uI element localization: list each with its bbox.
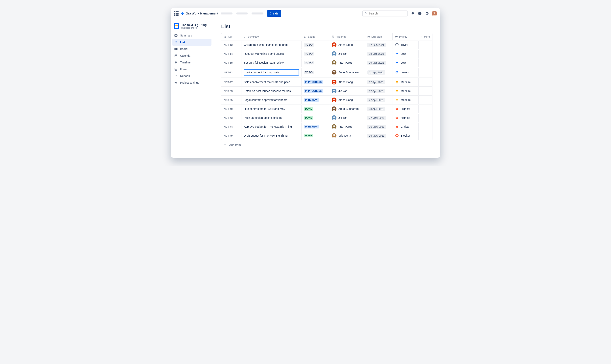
assignee-cell[interactable]: Alana Song (329, 78, 365, 86)
table-row[interactable]: NBT-33Establish post-launch success metr… (221, 87, 432, 96)
priority-cell[interactable]: Medium (393, 96, 418, 104)
issue-key[interactable]: NBT-33 (221, 87, 241, 95)
issue-key[interactable]: NBT-43 (221, 114, 241, 122)
nav-placeholder[interactable] (236, 13, 248, 14)
table-row[interactable]: NBT-18Set up a full Design team reviewTO… (221, 58, 432, 67)
summary-cell[interactable]: Draft budget for The Next Big Thing (241, 131, 301, 140)
summary-cell[interactable]: Approve budget for The Next Big Thing (241, 123, 301, 131)
notifications-icon[interactable] (410, 11, 415, 16)
summary-cell[interactable]: Collaborate with Finance for budget (241, 41, 301, 49)
sidebar-item-calendar[interactable]: Calendar (172, 52, 212, 59)
col-more[interactable]: More (418, 33, 432, 40)
due-cell[interactable]: 17 Feb, 2021 (365, 41, 393, 49)
profile-avatar[interactable] (432, 11, 437, 16)
status-cell[interactable]: IN REVIEW (301, 123, 329, 131)
product-logo[interactable]: Jira Work Management (181, 12, 218, 15)
priority-cell[interactable]: Critical (393, 123, 418, 131)
issue-key[interactable]: NBT-18 (221, 58, 241, 67)
due-cell[interactable]: 29 Mar, 2021 (365, 58, 393, 67)
sidebar-item-list[interactable]: List (172, 39, 212, 46)
search-input[interactable] (369, 12, 405, 15)
summary-cell[interactable]: Set up a full Design team review (241, 58, 301, 67)
issue-key[interactable]: NBT-27 (221, 78, 241, 86)
row-more[interactable] (418, 87, 432, 95)
priority-cell[interactable]: Highest (393, 114, 418, 122)
assignee-cell[interactable]: Fran Perez (329, 58, 365, 67)
assignee-cell[interactable]: Milo Dona (329, 131, 365, 140)
table-row[interactable]: NBT-14Request Marketing brand assetsTO D… (221, 49, 432, 58)
project-header[interactable]: The Next Big Thing Business project (172, 22, 212, 32)
row-more[interactable] (418, 131, 432, 140)
row-more[interactable] (418, 123, 432, 131)
due-cell[interactable]: 27 Apr, 2021 (365, 96, 393, 104)
sidebar-item-timeline[interactable]: Timeline (172, 59, 212, 66)
summary-cell[interactable] (241, 67, 301, 78)
row-more[interactable] (418, 50, 432, 58)
help-icon[interactable]: ? (417, 11, 422, 16)
issue-key[interactable]: NBT-22 (221, 68, 241, 77)
summary-cell[interactable]: Request Marketing brand assets (241, 50, 301, 58)
table-row[interactable]: NBT-12Collaborate with Finance for budge… (221, 40, 432, 49)
table-row[interactable]: NBT-40Hire contractors for April and May… (221, 104, 432, 113)
status-cell[interactable]: TO DO (301, 50, 329, 58)
table-row[interactable]: NBT-43Pitch campaign options to legalDON… (221, 113, 432, 122)
col-due[interactable]: Due date (365, 33, 393, 40)
col-status[interactable]: Status (301, 33, 329, 40)
settings-icon[interactable] (425, 11, 429, 16)
priority-cell[interactable]: Lowest (393, 68, 418, 77)
assignee-cell[interactable]: Jie Yan (329, 113, 365, 122)
assignee-cell[interactable]: Amar Sundaram (329, 68, 365, 77)
nav-placeholder[interactable] (252, 13, 264, 14)
due-cell[interactable]: 12 Apr, 2021 (365, 78, 393, 86)
col-assignee[interactable]: Assignee (329, 33, 365, 40)
priority-cell[interactable]: Low (393, 58, 418, 67)
status-cell[interactable]: DONE (301, 105, 329, 113)
add-item-button[interactable]: Add item (221, 140, 432, 149)
issue-key[interactable]: NBT-40 (221, 105, 241, 113)
summary-input[interactable] (244, 69, 299, 76)
assignee-cell[interactable]: Jie Yan (329, 87, 365, 95)
due-cell[interactable]: 16 May, 2021 (365, 131, 393, 140)
issue-key[interactable]: NBT-14 (221, 50, 241, 58)
priority-cell[interactable]: Blocker (393, 131, 418, 140)
due-cell[interactable]: 18 Mar, 2021 (365, 50, 393, 58)
summary-cell[interactable]: Establish post-launch success metrics (241, 87, 301, 95)
issue-key[interactable]: NBT-12 (221, 41, 241, 49)
sidebar-item-form[interactable]: Form (172, 66, 212, 73)
priority-cell[interactable]: Medium (393, 87, 418, 95)
due-cell[interactable]: 28 Apr, 2021 (365, 105, 393, 113)
status-cell[interactable]: TO DO (301, 68, 329, 77)
row-more[interactable] (418, 78, 432, 86)
col-priority[interactable]: Priority (393, 33, 418, 40)
priority-cell[interactable]: Low (393, 50, 418, 58)
table-row[interactable]: NBT-44Approve budget for The Next Big Th… (221, 122, 432, 131)
table-row[interactable]: NBT-22TO DOAmar Sundaram01 Apr, 2021Lowe… (221, 67, 432, 78)
issue-key[interactable]: NBT-44 (221, 123, 241, 131)
table-row[interactable]: NBT-35Legal contract approval for vendor… (221, 96, 432, 104)
assignee-cell[interactable]: Fran Perez (329, 122, 365, 131)
status-cell[interactable]: IN PROGRESS (301, 87, 329, 95)
summary-cell[interactable]: Pitch campaign options to legal (241, 114, 301, 122)
status-cell[interactable]: DONE (301, 131, 329, 140)
priority-cell[interactable]: Trivial (393, 41, 418, 49)
col-summary[interactable]: Summary (241, 33, 301, 40)
sidebar-item-summary[interactable]: Summary (172, 32, 212, 39)
due-cell[interactable]: 12 Apr, 2021 (365, 87, 393, 95)
status-cell[interactable]: TO DO (301, 58, 329, 67)
summary-cell[interactable]: Sales enablement materials and pitch.. (241, 78, 301, 86)
row-more[interactable] (418, 58, 432, 67)
summary-cell[interactable]: Legal contract approval for vendors (241, 96, 301, 104)
due-cell[interactable]: 07 May, 2021 (365, 114, 393, 122)
assignee-cell[interactable]: Jie Yan (329, 49, 365, 58)
status-cell[interactable]: TO DO (301, 41, 329, 49)
row-more[interactable] (418, 114, 432, 122)
priority-cell[interactable]: Medium (393, 78, 418, 86)
search-box[interactable] (362, 11, 408, 16)
issue-key[interactable]: NBT-49 (221, 131, 241, 140)
row-more[interactable] (418, 68, 432, 77)
row-more[interactable] (418, 96, 432, 104)
table-row[interactable]: NBT-49Draft budget for The Next Big Thin… (221, 131, 432, 140)
status-cell[interactable]: IN PROGRESS (301, 78, 329, 86)
table-row[interactable]: NBT-27Sales enablement materials and pit… (221, 78, 432, 87)
sidebar-item-settings[interactable]: Project settings (172, 79, 212, 86)
